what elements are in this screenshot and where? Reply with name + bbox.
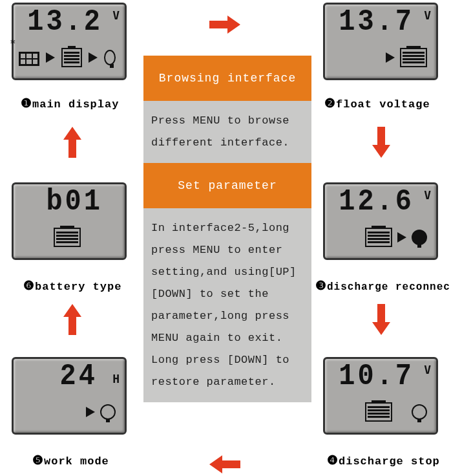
arrow-right-icon bbox=[89, 52, 98, 63]
caption-float: ❷float voltage bbox=[324, 96, 430, 111]
battery-icon bbox=[400, 48, 427, 67]
bulb-icon bbox=[412, 404, 427, 420]
stop-icons bbox=[330, 394, 431, 430]
readout-value: 13.7 bbox=[330, 7, 431, 41]
flow-arrow-down-icon bbox=[370, 301, 393, 338]
battery-icon bbox=[365, 402, 392, 422]
reconnect-icons bbox=[330, 219, 431, 255]
readout-value: 12.6 bbox=[330, 187, 431, 221]
screen-battery-type: b01 bbox=[12, 182, 127, 260]
bulb-icon bbox=[100, 404, 116, 420]
flow-arrow-left-icon bbox=[207, 453, 243, 476]
readout-value: 10.7 bbox=[330, 362, 431, 396]
bulb-icon bbox=[104, 50, 116, 65]
flow-arrow-up-icon bbox=[61, 301, 84, 338]
bulb-icon bbox=[412, 230, 427, 245]
solar-panel-icon bbox=[19, 49, 39, 66]
arrow-right-icon bbox=[46, 52, 55, 63]
caption-work: ❺work mode bbox=[32, 453, 109, 468]
screen-discharge-reconnect: V 12.6 bbox=[323, 182, 438, 260]
caption-stop: ❹discharge stop bbox=[327, 453, 440, 468]
caption-main: ❶main display bbox=[21, 96, 119, 111]
flow-arrow-right-icon bbox=[207, 13, 243, 36]
battery-icon bbox=[61, 48, 82, 67]
float-icons bbox=[330, 39, 431, 76]
flow-arrow-up-icon bbox=[61, 124, 84, 160]
readout-value: 24 bbox=[19, 362, 120, 396]
screen-work-mode: H 24 bbox=[12, 357, 127, 435]
flow-arrow-down-icon bbox=[370, 124, 393, 160]
battery-icon bbox=[365, 228, 392, 247]
arrow-right-icon bbox=[386, 52, 395, 63]
screen-main-display: V 13.2 bbox=[12, 3, 127, 80]
center-panel: Browsing interface Press MENU to browse … bbox=[143, 56, 311, 402]
screen-discharge-stop: V 10.7 bbox=[323, 357, 438, 435]
set-header: Set parameter bbox=[143, 163, 311, 208]
browsing-body: Press MENU to browse different interface… bbox=[143, 101, 311, 163]
caption-btype: ❻battery type bbox=[23, 278, 121, 294]
caption-reconnect: ❸discharge reconnect bbox=[315, 278, 451, 294]
main-icons bbox=[19, 39, 120, 76]
screen-float-voltage: V 13.7 bbox=[323, 3, 438, 80]
work-icons bbox=[19, 394, 120, 430]
btype-icons bbox=[19, 219, 120, 255]
set-body: In interface2-5,long press MENU to enter… bbox=[143, 208, 311, 402]
readout-value: 13.2 bbox=[19, 7, 120, 41]
browsing-header: Browsing interface bbox=[143, 56, 311, 101]
arrow-right-icon bbox=[397, 232, 406, 243]
arrow-right-icon bbox=[86, 407, 95, 417]
readout-value: b01 bbox=[19, 187, 120, 221]
battery-icon bbox=[54, 228, 81, 247]
